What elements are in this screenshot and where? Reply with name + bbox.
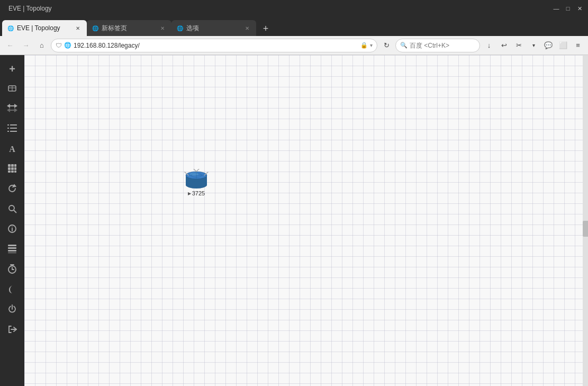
info-icon bbox=[7, 224, 17, 236]
connections-icon bbox=[7, 104, 17, 114]
sidebar-item-connections[interactable] bbox=[3, 100, 22, 119]
tab-options-label: 选项 bbox=[186, 24, 199, 33]
refresh-icon bbox=[7, 184, 17, 195]
lock-icon: 🔒 bbox=[360, 42, 368, 49]
svg-rect-5 bbox=[7, 124, 9, 125]
tab-eve-favicon: 🌐 bbox=[7, 25, 14, 31]
text-icon: A bbox=[9, 145, 15, 154]
dropdown-icon: ▾ bbox=[370, 42, 373, 48]
forward-button[interactable]: → bbox=[19, 39, 33, 52]
router-icon bbox=[183, 169, 210, 189]
tab-eve-label: EVE | Topology bbox=[17, 24, 60, 32]
svg-marker-4 bbox=[7, 108, 17, 112]
sidebar-item-power[interactable] bbox=[3, 301, 22, 320]
table-icon bbox=[7, 244, 17, 256]
router-name: 3725 bbox=[192, 190, 205, 196]
address-bar[interactable]: 🛡 🌐 🔒 ▾ bbox=[51, 39, 377, 52]
svg-rect-29 bbox=[8, 253, 16, 253]
new-tab-button[interactable]: + bbox=[258, 21, 273, 36]
sidebar-item-zoom[interactable] bbox=[3, 200, 22, 219]
main-content: + bbox=[0, 55, 588, 386]
sidebar-toggle-button[interactable]: ⬜ bbox=[556, 39, 570, 52]
play-icon: ▶ bbox=[188, 191, 191, 196]
add-icon: + bbox=[9, 63, 15, 75]
tab-options-close[interactable]: ✕ bbox=[243, 24, 251, 32]
svg-rect-28 bbox=[8, 250, 16, 252]
address-icon2: 🌐 bbox=[64, 42, 71, 49]
close-button[interactable]: ✕ bbox=[575, 4, 584, 13]
sidebar-item-list[interactable] bbox=[3, 120, 22, 139]
tab-options[interactable]: 🌐 选项 ✕ bbox=[171, 20, 256, 36]
address-input[interactable] bbox=[74, 42, 358, 49]
tab-new[interactable]: 🌐 新标签页 ✕ bbox=[87, 20, 171, 36]
capture-button[interactable]: ✂ bbox=[512, 39, 526, 52]
sidebar-item-logout[interactable] bbox=[3, 321, 22, 340]
network-icon bbox=[7, 83, 17, 95]
minimize-button[interactable]: — bbox=[552, 4, 560, 13]
moon-icon bbox=[8, 284, 16, 296]
window-controls: — □ ✕ bbox=[552, 4, 584, 13]
sidebar-item-network[interactable] bbox=[3, 79, 22, 98]
menu-button[interactable]: ≡ bbox=[571, 39, 585, 52]
tab-bar: 🌐 EVE | Topology ✕ 🌐 新标签页 ✕ 🌐 选项 ✕ + bbox=[0, 17, 588, 36]
tab-eve-close[interactable]: ✕ bbox=[74, 24, 82, 32]
logout-icon bbox=[7, 325, 17, 336]
sidebar-item-timer[interactable] bbox=[3, 261, 22, 280]
browser-window: EVE | Topology — □ ✕ 🌐 EVE | Topology ✕ … bbox=[0, 0, 588, 386]
tab-eve[interactable]: 🌐 EVE | Topology ✕ bbox=[2, 20, 87, 36]
router-node-3725[interactable]: ▶ 3725 bbox=[183, 169, 210, 196]
sidebar-item-table[interactable] bbox=[3, 240, 22, 259]
shield-icon: 🛡 bbox=[56, 42, 62, 49]
right-edge bbox=[583, 55, 588, 386]
svg-rect-7 bbox=[7, 128, 9, 129]
tab-new-label: 新标签页 bbox=[102, 24, 127, 33]
sidebar-item-add[interactable]: + bbox=[3, 59, 22, 78]
download-button[interactable]: ↓ bbox=[482, 39, 496, 52]
svg-rect-9 bbox=[7, 131, 9, 132]
svg-rect-27 bbox=[8, 247, 16, 249]
home-button[interactable]: ⌂ bbox=[35, 39, 49, 52]
svg-rect-10 bbox=[10, 131, 17, 132]
svg-rect-17 bbox=[8, 170, 11, 173]
maximize-button[interactable]: □ bbox=[564, 4, 572, 13]
svg-line-49 bbox=[196, 169, 199, 172]
more-capture-btn[interactable]: ▾ bbox=[527, 39, 540, 52]
sidebar-item-grid[interactable] bbox=[3, 160, 22, 179]
svg-rect-11 bbox=[8, 164, 11, 167]
sidebar-item-darkmode[interactable] bbox=[3, 281, 22, 300]
search-bar[interactable]: 🔍 bbox=[395, 39, 480, 52]
sidebar-item-text[interactable]: A bbox=[3, 140, 22, 159]
tab-new-favicon: 🌐 bbox=[92, 25, 98, 31]
sidebar-item-info[interactable] bbox=[3, 220, 22, 239]
right-edge-tab[interactable] bbox=[583, 221, 588, 237]
title-bar: EVE | Topology — □ ✕ bbox=[0, 0, 588, 17]
svg-rect-12 bbox=[11, 164, 14, 167]
svg-line-22 bbox=[14, 210, 16, 213]
grid-icon bbox=[7, 164, 17, 175]
back-button[interactable]: ← bbox=[3, 39, 17, 52]
svg-rect-13 bbox=[14, 164, 16, 167]
svg-rect-18 bbox=[11, 170, 14, 173]
router-label: ▶ 3725 bbox=[188, 190, 205, 196]
svg-point-21 bbox=[9, 205, 14, 211]
topology-canvas[interactable]: ▶ 3725 bbox=[24, 55, 583, 386]
svg-rect-8 bbox=[10, 128, 17, 129]
search-icon: 🔍 bbox=[400, 42, 408, 49]
sidebar-item-refresh[interactable] bbox=[3, 180, 22, 199]
svg-rect-16 bbox=[14, 167, 16, 170]
svg-line-48 bbox=[194, 169, 196, 172]
chat-button[interactable]: 💬 bbox=[541, 39, 555, 52]
svg-rect-15 bbox=[11, 167, 14, 170]
svg-marker-3 bbox=[7, 104, 17, 108]
svg-rect-6 bbox=[10, 124, 17, 125]
svg-point-39 bbox=[186, 181, 207, 188]
reload-button[interactable]: ↻ bbox=[379, 39, 393, 52]
svg-rect-26 bbox=[8, 245, 16, 246]
search-input[interactable] bbox=[410, 42, 475, 49]
list-icon bbox=[7, 124, 17, 134]
window-title: EVE | Topology bbox=[4, 5, 52, 12]
svg-rect-19 bbox=[14, 170, 16, 173]
tab-new-close[interactable]: ✕ bbox=[159, 24, 166, 32]
history-button[interactable]: ↩ bbox=[497, 39, 511, 52]
zoom-icon bbox=[7, 204, 17, 216]
